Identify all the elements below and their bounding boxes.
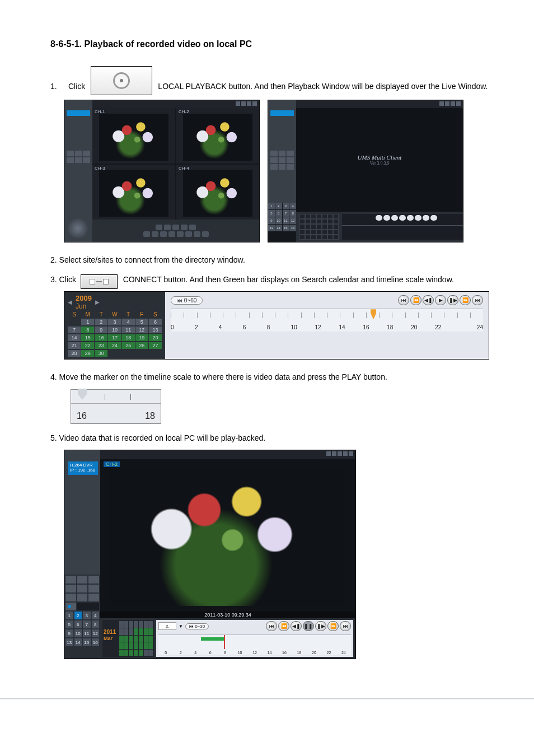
step-1-prefix: Click (68, 79, 85, 94)
local-playback-screenshot: H.264 DVR IP : 192 .168 1234 5678 910111… (64, 450, 356, 659)
step-3-prefix: 3. Click (50, 275, 76, 284)
playback-bottom-panel (296, 212, 463, 242)
fast-forward-button[interactable]: ⏩ (460, 295, 471, 305)
live-window-screenshot: CH-1 CH-2 CH-3 CH-4 (64, 100, 260, 242)
search-timeline-figure: ◀ 2009 Jun ▶ SMTWTFS 123456 78910111213 … (64, 291, 489, 360)
pause-button[interactable]: ❚❚ (303, 621, 314, 631)
skip-back-button[interactable]: ⏮ (266, 621, 277, 631)
video-thumbnail (99, 170, 168, 217)
calendar-year: 2009 (76, 294, 92, 302)
window-titlebar (100, 450, 355, 459)
video-thumbnail (183, 114, 252, 161)
step-3: 3. Click CONNECT button. And then Green … (50, 272, 492, 287)
step-back-button[interactable]: ◀❚ (291, 621, 302, 631)
window-control-icons (439, 101, 461, 106)
video-cell-2: CH-2 (176, 108, 259, 164)
timeline-marker-icon (78, 389, 87, 400)
step-2: 2. Select site/sites to connect from the… (50, 253, 492, 268)
channel-number-grid: 1234 5678 9101112 13141516 (268, 203, 296, 242)
playback-controls: ⏮ ⏪ ◀❚ ▶ ❚▶ ⏩ ⏭ (398, 295, 483, 305)
range-pill: ⏮ 0~60 (171, 296, 203, 305)
step-1-number: 1. (50, 79, 66, 94)
video-cell-3: CH-3 (92, 165, 175, 220)
ptz-joystick-icon (68, 218, 88, 239)
gear-icon (113, 72, 130, 89)
skip-forward-button[interactable]: ⏭ (340, 621, 351, 631)
mini-timeline (342, 214, 463, 240)
range-pill: ⏮ 0~30 (185, 623, 209, 629)
calendar-dow-header: SMTWTFS (68, 311, 162, 318)
video-grid: CH-1 CH-2 CH-3 CH-4 (92, 108, 259, 220)
timeline-marker[interactable] (224, 635, 225, 649)
search-calendar: 2011 Mar (102, 620, 154, 657)
window-titlebar (92, 100, 259, 108)
calendar-month: Jun (76, 302, 92, 310)
skip-back-button[interactable]: ⏮ (398, 295, 409, 305)
window-titlebar (296, 100, 463, 108)
video-cell-4: CH-4 (176, 165, 259, 220)
page-footer-rule (0, 698, 534, 699)
step-forward-button[interactable]: ❚▶ (447, 295, 458, 305)
playback-control-strip (376, 215, 437, 221)
step-3-suffix: CONNECT button. And then Green bar displ… (123, 275, 454, 284)
dual-screenshot-row: CH-1 CH-2 CH-3 CH-4 (64, 100, 492, 242)
playback-video-area: CH-2 2011-03-10 09:29:34 (100, 459, 355, 618)
record-indicator-icon (65, 603, 76, 610)
marker-zoom-figure: 16 18 (71, 389, 161, 424)
window-control-icons (326, 451, 353, 456)
marker-hour-labels: 16 18 (77, 411, 155, 421)
connect-icon (90, 279, 109, 284)
playback-canvas-empty: UMS Multi Client Ver 3.0.3.9 (296, 108, 463, 212)
device-label: H.264 DVR IP : 192 .168 (68, 461, 98, 475)
sidebar-selected-tab (270, 110, 294, 116)
sidebar-tool-grid (270, 151, 294, 170)
fast-forward-button[interactable]: ⏩ (327, 621, 339, 631)
rewind-button[interactable]: ⏪ (278, 621, 289, 631)
video-cell-1: CH-1 (92, 108, 175, 164)
timeline-hour-labels: 024681012141618202224 (171, 324, 483, 330)
mini-calendar (299, 214, 339, 240)
skip-forward-button[interactable]: ⏭ (472, 295, 483, 305)
recorded-range-bar (201, 637, 224, 641)
step-5: 5. Video data that is recorded on local … (50, 431, 492, 446)
timeline-panel: ⏮ 0~60 ⏮ ⏪ ◀❚ ▶ ❚▶ ⏩ ⏭ (165, 292, 489, 359)
video-frame (110, 469, 345, 605)
frame-timestamp: 2011-03-10 09:29:34 (100, 612, 355, 618)
brand-version: Ver 3.0.3.9 (358, 161, 402, 166)
playback-bottom-panel: 2011 Mar 2. ▼ ⏮ 0~30 (100, 618, 355, 659)
brand-watermark: UMS Multi Client Ver 3.0.3.9 (358, 154, 402, 166)
connect-button-image (81, 274, 118, 289)
step-forward-button[interactable]: ❚▶ (315, 621, 326, 631)
section-heading: 8-6-5-1. Playback of recorded video on l… (50, 39, 492, 49)
step-1-suffix: LOCAL PLAYBACK button. And then Playback… (158, 79, 492, 94)
brand-name: UMS Multi Client (358, 154, 402, 161)
sidebar-selected-tab (67, 110, 90, 116)
playback-controls: ⏮ ⏪ ◀❚ ❚❚ ❚▶ ⏩ ⏭ (266, 621, 351, 631)
playback-channel-label: CH-2 (104, 461, 120, 467)
sidebar-tool-grid (67, 151, 90, 163)
local-playback-button-image (91, 66, 152, 95)
video-thumbnail (99, 114, 168, 161)
step-back-button[interactable]: ◀❚ (423, 295, 434, 305)
rewind-button[interactable]: ⏪ (410, 295, 421, 305)
live-sidebar (64, 100, 93, 242)
step-1: 1. Click LOCAL PLAYBACK button. And then… (50, 66, 492, 94)
search-calendar: ◀ 2009 Jun ▶ SMTWTFS 123456 78910111213 … (64, 292, 165, 359)
live-bottom-toolbar (92, 220, 259, 242)
playback-timeline[interactable]: 2. ▼ ⏮ 0~30 ⏮ ⏪ ◀❚ ❚❚ ❚▶ ⏩ ⏭ (156, 620, 353, 657)
window-control-icons (236, 101, 257, 106)
zoom-level-box: 2. (158, 622, 176, 630)
play-button[interactable]: ▶ (435, 295, 446, 305)
sidebar-bottom-panel: 1234 5678 9101112 13141516 (64, 575, 100, 659)
playback-window-screenshot: 1234 5678 9101112 13141516 UMS Multi Cli… (268, 100, 463, 242)
step-4: 4. Move the marker on the timeline scale… (50, 370, 492, 385)
video-thumbnail (183, 170, 252, 217)
timeline-hour-labels: 024681012141618202224 (158, 651, 351, 655)
timeline-scale[interactable]: 024681012141618202224 (171, 309, 483, 332)
